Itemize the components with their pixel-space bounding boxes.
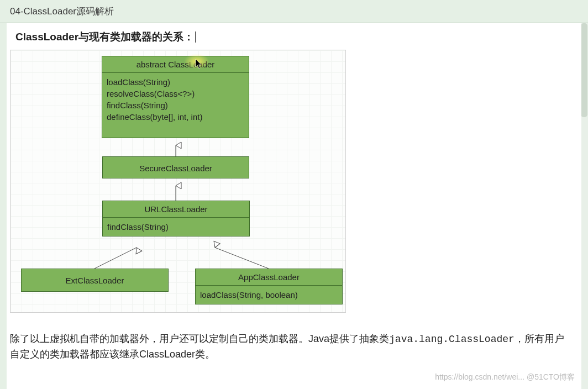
class-box-classloader: abstract ClassLoader loadClass(String) r…: [102, 56, 249, 138]
section-heading-text: ClassLoader与现有类加载器的关系：: [15, 31, 194, 43]
class-methods: loadClass(String, boolean): [196, 286, 342, 304]
inline-code: java.lang.ClassLoader: [389, 334, 514, 345]
document-content: ClassLoader与现有类加载器的关系： abs: [7, 23, 581, 389]
window-title-bar: 04-ClassLoader源码解析: [0, 0, 588, 23]
class-title: ExtClassLoader: [66, 276, 124, 285]
uml-diagram: abstract ClassLoader loadClass(String) r…: [10, 50, 346, 313]
paragraph-text: 除了以上虚拟机自带的加载器外，用户还可以定制自己的类加载器。Java提供了抽象类…: [10, 332, 573, 362]
class-title: abstract ClassLoader: [102, 56, 249, 73]
window-title: 04-ClassLoader源码解析: [10, 5, 114, 18]
class-title: URLClassLoader: [103, 201, 249, 218]
method-item: defineClass(byte[], int, int): [107, 111, 244, 123]
class-title: SecureClassLoader: [139, 164, 212, 173]
section-heading: ClassLoader与现有类加载器的关系：: [7, 27, 581, 48]
class-methods: loadClass(String) resolveClass(Class<?>)…: [102, 73, 249, 126]
method-item: loadClass(String, boolean): [200, 289, 338, 301]
svg-line-2: [95, 248, 136, 269]
class-box-appclassloader: AppClassLoader loadClass(String, boolean…: [195, 269, 343, 304]
class-methods: findClass(String): [103, 218, 249, 236]
class-box-secureclassloader: SecureClassLoader: [102, 156, 249, 178]
vertical-scrollbar[interactable]: [580, 23, 588, 389]
watermark-text: https://blog.csdn.net/wei... @51CTO博客: [435, 372, 575, 382]
class-box-extclassloader: ExtClassLoader: [21, 269, 169, 292]
class-title: AppClassLoader: [196, 269, 342, 286]
class-box-urlclassloader: URLClassLoader findClass(String): [102, 201, 250, 236]
paragraph-part: 除了以上虚拟机自带的加载器外，用户还可以定制自己的类加载器。Java提供了抽象类: [10, 333, 389, 344]
method-item: loadClass(String): [107, 76, 244, 88]
method-item: findClass(String): [107, 99, 244, 111]
method-item: resolveClass(Class<?>): [107, 88, 244, 99]
svg-line-3: [215, 248, 269, 269]
scrollbar-thumb[interactable]: [581, 23, 587, 117]
method-item: findClass(String): [107, 221, 245, 233]
app-window: { "titlebar": "04-ClassLoader源码解析", "sub…: [0, 0, 588, 389]
text-caret-icon: [195, 31, 196, 43]
